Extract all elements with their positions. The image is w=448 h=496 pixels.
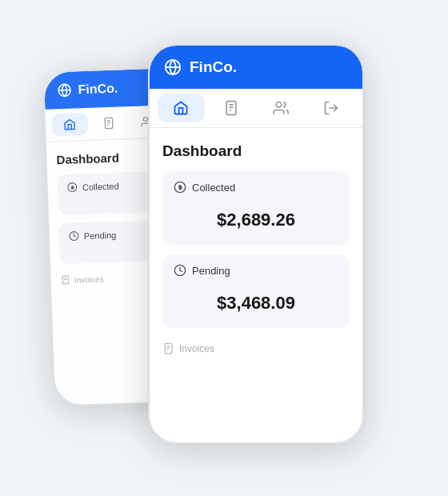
front-invoices-label: Invoices xyxy=(179,343,214,354)
back-nav-documents[interactable] xyxy=(90,111,126,135)
front-nav-users[interactable] xyxy=(258,94,305,122)
front-pending-value: $3,468.09 xyxy=(174,285,338,318)
svg-line-1 xyxy=(58,90,70,91)
svg-point-20 xyxy=(276,102,282,108)
front-page-title: Dashboard xyxy=(162,142,350,160)
front-collected-value: $2,689.26 xyxy=(174,202,338,235)
front-brand-text: FinCo. xyxy=(190,58,237,76)
front-nav-logout[interactable] xyxy=(308,94,355,122)
front-collected-dollar-icon xyxy=(174,181,186,194)
front-phone-header: FinCo. xyxy=(150,46,362,89)
globe-icon-back xyxy=(57,83,72,98)
front-invoices-icon xyxy=(162,342,174,354)
back-pending-clock-icon xyxy=(69,230,79,241)
front-nav-bar xyxy=(150,89,362,128)
front-documents-icon xyxy=(223,100,239,116)
front-home-icon xyxy=(173,100,189,116)
front-content: Dashboard Collected $2,689.26 xyxy=(150,128,362,374)
back-nav-home[interactable] xyxy=(52,113,88,137)
front-logout-icon xyxy=(323,100,339,116)
front-collected-card: Collected $2,689.26 xyxy=(162,171,350,245)
collected-label-text: Collected xyxy=(192,182,235,194)
back-invoices-icon xyxy=(61,275,70,285)
back-brand-text: FinCo. xyxy=(78,82,118,98)
pending-label-text: Pending xyxy=(192,265,230,277)
front-users-icon xyxy=(273,100,289,116)
back-collected-dollar-icon xyxy=(67,182,78,192)
back-home-icon xyxy=(63,118,77,131)
back-documents-icon xyxy=(102,117,116,130)
front-collected-label: Collected xyxy=(174,181,338,194)
front-pending-card: Pending $3,468.09 xyxy=(162,254,350,328)
front-pending-label: Pending xyxy=(174,264,338,277)
front-invoices-section: Invoices xyxy=(162,338,350,359)
front-nav-documents[interactable] xyxy=(208,94,255,122)
front-nav-home[interactable] xyxy=(158,94,205,122)
globe-icon-front xyxy=(164,58,182,76)
front-pending-clock-icon xyxy=(174,264,186,277)
phone-front: FinCo. xyxy=(148,44,364,444)
